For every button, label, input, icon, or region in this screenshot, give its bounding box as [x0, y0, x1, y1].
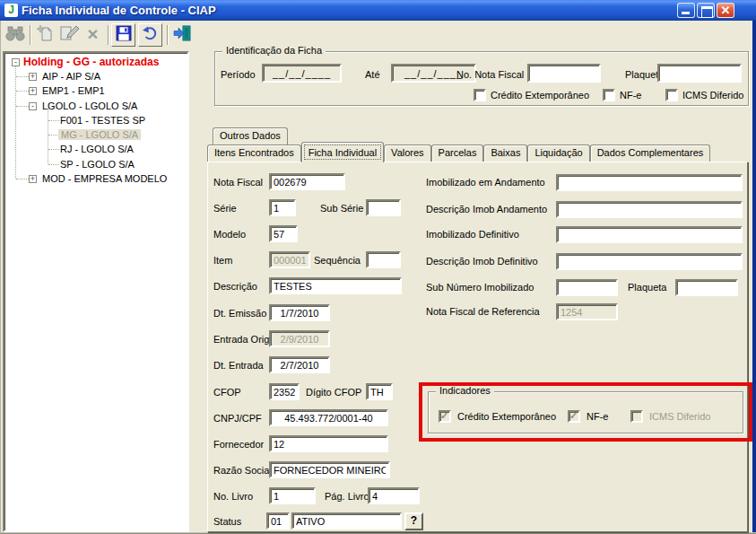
sub-numero-imobilizado-input[interactable] [556, 279, 618, 296]
digito-cfop-label: Dígito CFOP [306, 387, 361, 398]
exit-button[interactable] [169, 23, 194, 47]
maximize-button[interactable] [697, 3, 715, 18]
tab-baixas[interactable]: Baixas [483, 144, 527, 162]
tree-item-lgolo[interactable]: LGOLO - LGOLO S/A [42, 100, 137, 113]
plaqueta2-input[interactable] [675, 279, 738, 296]
credito-extemporaneo-checkbox[interactable] [474, 89, 486, 101]
no-livro-input[interactable] [269, 487, 316, 504]
tree-item-mod[interactable]: MOD - EMPRESA MODELO [42, 172, 167, 186]
status-code-input[interactable] [266, 512, 290, 530]
tab-valores[interactable]: Valores [384, 144, 430, 162]
no-nota-fiscal-input[interactable] [527, 64, 601, 83]
cnpj-cpf-label: CNPJ/CPF [213, 413, 262, 424]
dt-entrada-label: Dt. Entrada [213, 360, 264, 371]
toolbar: ✕ [0, 21, 756, 50]
toolbar-separator [108, 25, 109, 45]
no-livro-label: No. Livro [213, 491, 253, 502]
periodo-date-input[interactable]: __/__/____ [262, 64, 342, 83]
new-document-icon [37, 25, 55, 45]
save-button[interactable] [111, 23, 135, 47]
delete-button[interactable]: ✕ [81, 23, 105, 47]
imobilizado-andamento-label: Imobilizado em Andamento [426, 177, 545, 188]
item-label: Item [213, 255, 232, 266]
fornecedor-input[interactable] [269, 435, 388, 452]
sub-serie-input[interactable] [366, 199, 401, 216]
edit-button[interactable] [56, 23, 81, 47]
tree-expander-expand-icon[interactable]: + [29, 175, 37, 183]
descricao-label: Descrição [213, 281, 257, 292]
pag-livro-input[interactable] [368, 487, 420, 504]
titlebar: J Ficha Individual de Controle - CIAP [0, 0, 756, 21]
tab-dados-complementares[interactable]: Dados Complementares [590, 144, 711, 162]
fornecedor-label: Fornecedor [213, 439, 264, 450]
tab-parcelas[interactable]: Parcelas [431, 144, 484, 162]
tree-item-sp[interactable]: SP - LGOLO S/A [60, 158, 135, 171]
tree-item-aip[interactable]: AIP - AIP S/A [42, 70, 100, 83]
modelo-input[interactable] [269, 225, 298, 242]
sub-numero-imobilizado-label: Sub Número Imobilizado [426, 282, 534, 293]
sequencia-label: Sequência [314, 255, 361, 266]
tree-line [16, 106, 29, 107]
tree-expander-expand-icon[interactable]: + [29, 73, 37, 81]
nfe-checkbox[interactable] [603, 89, 615, 101]
serie-input[interactable] [269, 199, 296, 216]
imobilizado-definitivo-input[interactable] [556, 226, 743, 243]
status-help-button[interactable]: ? [404, 512, 423, 530]
tree-expander-collapse-icon[interactable]: - [12, 58, 20, 66]
cfop-input[interactable] [269, 383, 300, 400]
tab-itens-encontrados[interactable]: Itens Encontrados [207, 144, 301, 162]
edit-document-icon [59, 25, 79, 45]
descricao-imob-andamento-label: Descrição Imob Andamento [426, 204, 547, 214]
digito-cfop-input[interactable] [366, 383, 393, 400]
dt-entrada-input[interactable] [269, 356, 330, 373]
sub-serie-label: Sub Série [320, 203, 363, 214]
window-title: Ficha Individual de Controle - CIAP [22, 4, 216, 17]
cfop-label: CFOP [213, 387, 241, 398]
find-button[interactable] [3, 23, 27, 47]
tree-item-f001[interactable]: F001 - TESTES SP [60, 114, 145, 127]
tree-expander-expand-icon[interactable]: + [29, 87, 37, 95]
tree-line [16, 76, 29, 77]
tab-ficha-individual[interactable]: Ficha Individual [301, 142, 384, 162]
nota-fiscal-referencia-label: Nota Fiscal de Referencia [426, 306, 540, 317]
sequencia-input[interactable] [366, 251, 401, 268]
toolbar-separator [167, 25, 169, 45]
app-window: { "window": { "title": "Ficha Individual… [0, 0, 756, 534]
imobilizado-andamento-input[interactable] [556, 174, 743, 191]
new-button[interactable] [33, 23, 57, 47]
razao-social-input[interactable] [269, 461, 390, 478]
nfe-checkbox-label: NF-e [620, 90, 641, 101]
status-label: Status [213, 516, 241, 527]
plaqueta-input[interactable] [657, 64, 742, 83]
status-name-input[interactable] [291, 512, 402, 530]
window-border-right [752, 21, 756, 534]
descricao-imob-andamento-input[interactable] [556, 201, 743, 218]
company-tree: - Holding - GG - autorizadas + AIP - AIP… [3, 51, 189, 532]
delete-x-icon: ✕ [87, 28, 99, 42]
descricao-input[interactable] [269, 277, 402, 294]
close-button[interactable]: ✕ [717, 3, 734, 18]
imobilizado-definitivo-label: Imobilizado Definitivo [426, 229, 519, 240]
entrada-orig-input [269, 330, 330, 347]
tree-line [16, 179, 29, 179]
undo-arrow-icon [142, 26, 160, 44]
tree-expander-collapse-icon[interactable]: - [29, 102, 37, 110]
cnpj-cpf-input[interactable] [269, 409, 388, 426]
exit-door-icon [172, 25, 192, 45]
tree-item-holding[interactable]: Holding - GG - autorizadas [23, 56, 159, 69]
tree-item-mg-selected[interactable]: MG - LGOLO S/A [58, 128, 141, 142]
descricao-imob-definitivo-input[interactable] [556, 253, 743, 270]
app-icon: J [4, 4, 18, 17]
minimize-button[interactable] [677, 3, 695, 18]
toolbar-separator [30, 25, 31, 45]
tab-liquidacao[interactable]: Liquidação [527, 144, 589, 162]
red-highlight-annotation [419, 382, 752, 442]
window-border-left [0, 21, 1, 534]
icms-diferido-checkbox[interactable] [665, 89, 678, 101]
tree-item-rj[interactable]: RJ - LGOLO S/A [60, 143, 134, 156]
razao-social-label: Razão Social [213, 465, 272, 476]
dt-emissao-input[interactable] [269, 304, 330, 321]
undo-button[interactable] [138, 23, 162, 47]
nota-fiscal-input[interactable] [269, 173, 345, 190]
tree-item-emp1[interactable]: EMP1 - EMP1 [42, 84, 105, 98]
